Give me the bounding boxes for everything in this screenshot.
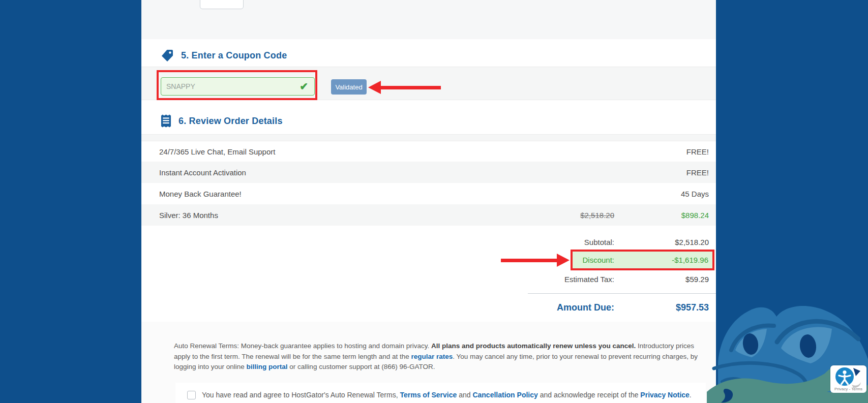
amount-due-value: $957.53	[676, 298, 709, 317]
amount-due-label: Amount Due:	[557, 298, 614, 317]
previous-section-partial-input[interactable]	[200, 0, 244, 9]
order-section-header: 6. Review Order Details	[161, 113, 283, 129]
totals-divider	[528, 293, 716, 294]
amount-due-row: Amount Due: $957.53	[141, 298, 716, 317]
checkout-card: 5. Enter a Coupon Code SNAPPY ✔ Validate…	[141, 39, 716, 322]
estimated-tax-value: $59.29	[685, 271, 709, 287]
agreement-checkbox[interactable]	[187, 391, 196, 399]
subtotal-row: Subtotal: $2,518.20	[141, 234, 716, 250]
subtotal-value: $2,518.20	[675, 234, 709, 250]
auto-renewal-terms-text: Auto Renewal Terms: Money-back guarantee…	[174, 341, 706, 373]
coupon-input-value: SNAPPY	[166, 78, 195, 95]
agreement-text-part: .	[690, 391, 692, 399]
discount-row-annotation-box: Discount: -$1,619.96	[571, 250, 714, 270]
table-row: Silver: 36 Months $2,518.20 $898.24	[141, 204, 716, 226]
accessibility-widget[interactable]: Privacy - Terms	[830, 365, 866, 393]
annotation-arrow-discount-shaft	[501, 259, 557, 262]
checkout-page: 5. Enter a Coupon Code SNAPPY ✔ Validate…	[0, 0, 868, 403]
order-section-title: 6. Review Order Details	[178, 116, 283, 127]
table-top-strip	[141, 134, 716, 141]
coupon-section-header: 5. Enter a Coupon Code	[161, 48, 287, 63]
terms-text: Auto Renewal Terms: Money-back guarantee…	[174, 342, 431, 350]
estimated-tax-label: Estimated Tax:	[564, 271, 614, 287]
table-row: Money Back Guarantee! 45 Days	[141, 183, 716, 204]
table-row: 24/7/365 Live Chat, Email Support FREE!	[141, 141, 716, 162]
privacy-notice-link[interactable]: Privacy Notice	[640, 391, 690, 399]
agreement-text-part: You have read and agree to HostGator's A…	[202, 391, 400, 399]
discount-value: -$1,619.96	[672, 252, 708, 268]
subtotal-label: Subtotal:	[584, 234, 614, 250]
annotation-arrow-coupon	[368, 81, 381, 94]
discount-label: Discount:	[582, 252, 614, 268]
row-label: Instant Account Activation	[159, 162, 246, 183]
coupon-code-input[interactable]: SNAPPY ✔	[161, 77, 315, 96]
previous-section-area	[141, 0, 716, 39]
terms-bold-text: All plans and products automatically ren…	[431, 342, 636, 350]
table-row: Instant Account Activation FREE!	[141, 162, 716, 183]
annotation-arrow-coupon-shaft	[381, 86, 441, 89]
row-value: FREE!	[686, 141, 709, 162]
coupon-valid-check-icon: ✔	[300, 80, 308, 92]
validated-button[interactable]: Validated	[331, 79, 367, 95]
tag-icon	[161, 49, 174, 62]
annotation-arrow-discount	[557, 254, 570, 267]
terms-text: or calling customer support at (866) 96-…	[288, 363, 435, 370]
row-label: 24/7/365 Live Chat, Email Support	[159, 141, 275, 162]
discounted-price: $898.24	[681, 204, 709, 226]
receipt-icon	[161, 114, 171, 128]
privacy-terms-label[interactable]: Privacy - Terms	[830, 387, 866, 391]
estimated-tax-row: Estimated Tax: $59.29	[141, 271, 716, 287]
row-label: Money Back Guarantee!	[159, 183, 242, 204]
terms-of-service-link[interactable]: Terms of Service	[400, 391, 457, 399]
row-value: FREE!	[686, 162, 709, 183]
regular-rates-link[interactable]: regular rates	[411, 353, 453, 360]
original-price: $2,518.20	[580, 204, 614, 226]
agreement-text-part: and	[457, 391, 472, 399]
row-label: Silver: 36 Months	[159, 204, 218, 226]
billing-portal-link[interactable]: billing portal	[247, 363, 288, 370]
coupon-section-title: 5. Enter a Coupon Code	[181, 50, 287, 61]
row-value: 45 Days	[681, 183, 709, 204]
content-area: 5. Enter a Coupon Code SNAPPY ✔ Validate…	[141, 0, 716, 403]
agreement-text: You have read and agree to HostGator's A…	[202, 389, 705, 400]
agreement-text-part: and acknowledge receipt of the	[538, 391, 641, 399]
cancellation-policy-link[interactable]: Cancellation Policy	[472, 391, 537, 399]
accessibility-icon	[830, 365, 866, 388]
